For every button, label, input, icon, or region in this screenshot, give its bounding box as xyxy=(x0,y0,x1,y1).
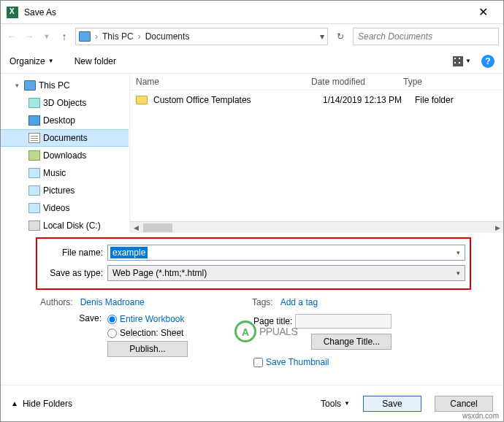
documents-icon xyxy=(28,133,40,143)
tools-label: Tools xyxy=(321,399,341,409)
tree-item-label: Local Disk (C:) xyxy=(43,220,101,231)
search-placeholder: Search Documents xyxy=(358,31,432,42)
hide-folders-label: Hide Folders xyxy=(23,399,72,409)
chevron-down-icon: ▼ xyxy=(344,400,350,407)
breadcrumb-documents[interactable]: Documents xyxy=(145,31,190,42)
tools-dropdown[interactable]: Tools ▼ xyxy=(321,399,350,409)
back-icon[interactable]: ← xyxy=(5,31,18,42)
cancel-button[interactable]: Cancel xyxy=(435,396,493,412)
chevron-down-icon: ▼ xyxy=(465,58,471,64)
savetype-dropdown[interactable]: Web Page (*.htm;*.html) ▾ xyxy=(107,265,465,281)
tree-this-pc[interactable]: ▾ This PC xyxy=(1,77,129,94)
chevron-down-icon: ▼ xyxy=(48,58,54,64)
col-name[interactable]: Name xyxy=(136,77,311,87)
tree-item-label: This PC xyxy=(39,80,70,91)
nav-bar: ← → ▼ ↑ › This PC › Documents ▾ ↻ Search… xyxy=(1,24,503,49)
folder-icon xyxy=(136,96,148,104)
publish-label: Publish... xyxy=(129,344,165,354)
recent-chevron-icon[interactable]: ▼ xyxy=(40,33,53,40)
downloads-icon xyxy=(28,150,40,161)
page-title-input[interactable] xyxy=(295,314,392,329)
col-date[interactable]: Date modified xyxy=(311,77,403,87)
tree-item-label: Pictures xyxy=(43,185,75,196)
checkbox-label: Save Thumbnail xyxy=(266,357,329,367)
item-name: Custom Office Templates xyxy=(153,95,323,105)
change-title-button[interactable]: Change Title... xyxy=(311,334,392,350)
tree-desktop[interactable]: Desktop xyxy=(1,112,129,129)
close-icon[interactable]: ✕ xyxy=(468,5,497,19)
page-title-label: Page title: xyxy=(253,316,292,326)
new-folder-button[interactable]: New folder xyxy=(75,56,116,66)
tags-value[interactable]: Add a tag xyxy=(280,297,318,307)
view-options-button[interactable]: ▼ xyxy=(453,56,471,66)
publish-button[interactable]: Publish... xyxy=(107,341,188,357)
breadcrumb[interactable]: › This PC › Documents ▾ xyxy=(75,28,328,45)
dialog-footer: ▲ Hide Folders Tools ▼ Save Cancel xyxy=(1,385,503,421)
item-type: File folder xyxy=(415,95,454,105)
up-icon[interactable]: ↑ xyxy=(58,31,71,42)
item-date: 1/14/2019 12:13 PM xyxy=(323,95,415,105)
radio-input[interactable] xyxy=(107,329,117,338)
column-headers: Name Date modified Type xyxy=(130,74,503,91)
tree-documents[interactable]: Documents xyxy=(1,129,129,147)
chevron-up-icon: ▲ xyxy=(11,399,18,407)
folder-tree: ▾ This PC 3D Objects Desktop Documents D… xyxy=(1,74,129,233)
savetype-label: Save as type: xyxy=(42,268,103,278)
refresh-icon[interactable]: ↻ xyxy=(332,31,348,42)
tags-label: Tags: xyxy=(252,297,273,307)
checkbox-save-thumbnail[interactable]: Save Thumbnail xyxy=(253,357,392,367)
tree-item-label: 3D Objects xyxy=(43,98,86,108)
change-title-label: Change Title... xyxy=(324,337,380,347)
forward-icon: → xyxy=(23,31,36,42)
disk-icon xyxy=(28,220,40,231)
pictures-icon xyxy=(28,185,40,196)
filename-input[interactable]: example ▾ xyxy=(107,245,465,261)
cube-icon xyxy=(28,98,40,108)
chevron-down-icon[interactable]: ▾ xyxy=(320,31,324,42)
chevron-down-icon[interactable]: ▾ xyxy=(457,249,460,256)
checkbox-input[interactable] xyxy=(253,358,263,367)
authors-value[interactable]: Denis Madroane xyxy=(80,297,145,307)
tree-3d-objects[interactable]: 3D Objects xyxy=(1,94,129,112)
chevron-down-icon[interactable]: ▾ xyxy=(15,82,21,89)
pc-icon xyxy=(79,31,91,42)
breadcrumb-this-pc[interactable]: This PC xyxy=(102,31,134,42)
radio-label: Entire Workbook xyxy=(120,314,184,324)
tree-item-label: Downloads xyxy=(43,150,86,161)
tree-local-disk-c[interactable]: Local Disk (C:) xyxy=(1,217,129,233)
search-input[interactable]: Search Documents xyxy=(353,28,499,45)
tree-pictures[interactable]: Pictures xyxy=(1,182,129,199)
filename-label: File name: xyxy=(42,248,103,258)
horizontal-scrollbar[interactable]: ◀ ▶ xyxy=(130,221,503,233)
authors-label: Authors: xyxy=(40,297,73,307)
scroll-right-icon[interactable]: ▶ xyxy=(492,222,503,234)
save-label: Save: xyxy=(40,313,102,370)
radio-input[interactable] xyxy=(107,315,117,324)
chevron-right-icon: › xyxy=(95,31,98,42)
title-bar: Save As ✕ xyxy=(1,1,503,24)
scroll-left-icon[interactable]: ◀ xyxy=(130,222,142,234)
hide-folders-button[interactable]: ▲ Hide Folders xyxy=(11,399,72,409)
col-type[interactable]: Type xyxy=(403,77,422,87)
chevron-down-icon: ▾ xyxy=(457,269,460,277)
scroll-thumb[interactable] xyxy=(143,223,172,232)
list-item[interactable]: Custom Office Templates 1/14/2019 12:13 … xyxy=(130,91,503,110)
tree-music[interactable]: Music xyxy=(1,164,129,182)
help-icon[interactable]: ? xyxy=(481,55,495,68)
toolbar: Organize ▼ New folder ▼ ? xyxy=(1,49,503,74)
view-grid-icon xyxy=(453,56,463,66)
tree-item-label: Music xyxy=(43,168,66,178)
savetype-value: Web Page (*.htm;*.html) xyxy=(112,268,207,278)
tree-videos[interactable]: Videos xyxy=(1,199,129,217)
window-title: Save As xyxy=(24,7,56,18)
videos-icon xyxy=(28,203,40,213)
file-list: Name Date modified Type Custom Office Te… xyxy=(129,74,503,233)
music-icon xyxy=(28,168,40,178)
organize-label: Organize xyxy=(9,56,45,66)
save-button[interactable]: Save xyxy=(363,396,421,412)
radio-entire-workbook[interactable]: Entire Workbook xyxy=(107,314,188,324)
radio-selection-sheet[interactable]: Selection: Sheet xyxy=(107,328,188,338)
tree-downloads[interactable]: Downloads xyxy=(1,147,129,164)
source-watermark: wsxdn.com xyxy=(462,412,499,420)
organize-button[interactable]: Organize ▼ xyxy=(9,56,54,66)
